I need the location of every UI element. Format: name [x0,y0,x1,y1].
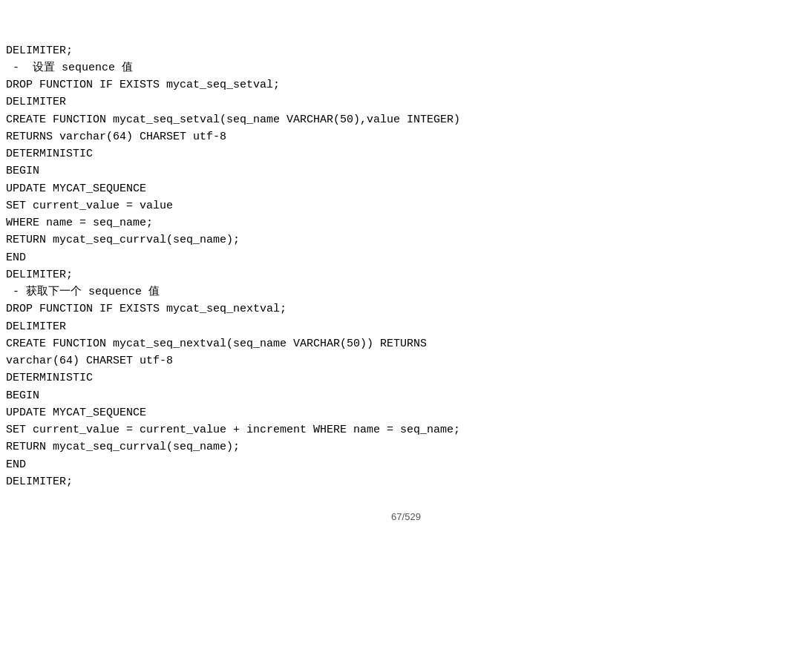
code-line: CREATE FUNCTION mycat_seq_nextval(seq_na… [6,335,806,352]
code-line: - 设置 sequence 值 [6,59,806,76]
code-line: UPDATE MYCAT_SEQUENCE [6,404,806,421]
code-line: DELIMITER [6,318,806,335]
code-line: DELIMITER; [6,42,806,59]
code-line: CREATE FUNCTION mycat_seq_setval(seq_nam… [6,111,806,128]
code-line: RETURNS varchar(64) CHARSET utf-8 [6,128,806,145]
code-line: BEGIN [6,162,806,180]
code-line: BEGIN [6,387,806,404]
code-line: DROP FUNCTION IF EXISTS mycat_seq_setval… [6,76,806,93]
code-line: WHERE name = seq_name; [6,214,806,231]
code-line: - 获取下一个 sequence 值 [6,283,806,300]
code-line: RETURN mycat_seq_currval(seq_name); [6,231,806,249]
code-line: SET current_value = value [6,197,806,214]
code-line: END [6,249,806,266]
code-line: DROP FUNCTION IF EXISTS mycat_seq_nextva… [6,300,806,318]
code-line: DELIMITER; [6,473,806,490]
code-line: SET current_value = current_value + incr… [6,421,806,438]
code-line: varchar(64) CHARSET utf-8 [6,352,806,369]
code-line: UPDATE MYCAT_SEQUENCE [6,180,806,197]
code-line: END [6,456,806,473]
code-line: DELIMITER; [6,266,806,283]
code-line: DETERMINISTIC [6,145,806,162]
code-line: RETURN mycat_seq_currval(seq_name); [6,438,806,456]
code-viewer: DELIMITER; - 设置 sequence 值DROP FUNCTION … [0,0,812,533]
code-line: DELIMITER [6,93,806,111]
page-indicator: 67/529 [391,510,421,524]
code-line: DETERMINISTIC [6,369,806,387]
